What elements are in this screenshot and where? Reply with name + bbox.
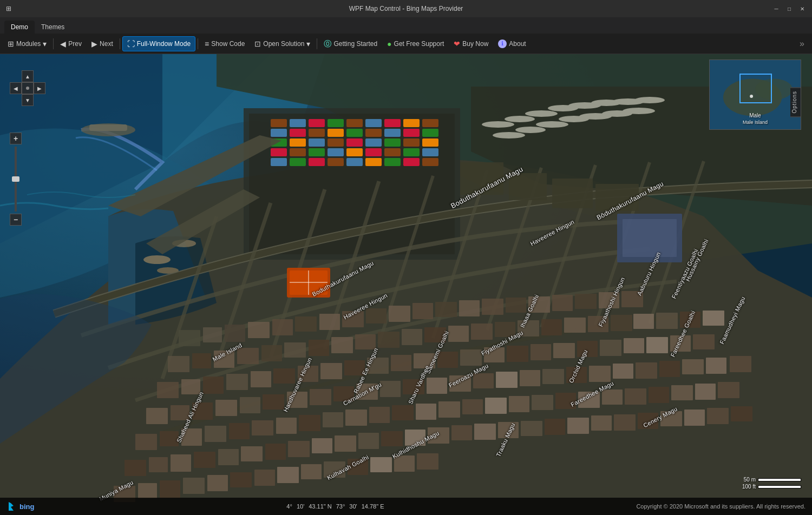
svg-rect-152 [566, 367, 587, 383]
lon-value: 14.78" E [362, 503, 384, 510]
separator-4 [317, 38, 317, 49]
svg-rect-183 [671, 385, 693, 400]
map-container[interactable]: ▲ ◀ ▶ ▼ + − Boduthakurufaanu Magu Boduth… [0, 54, 812, 515]
options-tab[interactable]: Options [790, 87, 801, 117]
svg-rect-157 [682, 359, 704, 374]
svg-rect-238 [89, 124, 127, 131]
app-icon: ⊞ [4, 4, 13, 13]
svg-rect-34 [346, 148, 363, 156]
svg-rect-135 [171, 405, 189, 420]
status-bar: bing 4° 10' 43.11" N 73° 30' 14.78" E Co… [0, 498, 812, 515]
gettingstarted-button[interactable]: ⓪ Getting Started [319, 36, 382, 51]
minimize-button[interactable]: ─ [771, 3, 782, 14]
window-title: WPF Map Control - Bing Maps Provider [349, 5, 463, 12]
svg-rect-202 [498, 422, 519, 438]
svg-rect-3 [271, 119, 287, 127]
svg-rect-38 [422, 148, 438, 156]
svg-rect-178 [555, 393, 576, 409]
svg-rect-159 [730, 356, 751, 372]
svg-rect-194 [312, 438, 332, 453]
svg-rect-219 [254, 470, 275, 486]
svg-rect-121 [414, 353, 435, 368]
opensolution-button[interactable]: ⊡ Open Solution ▾ [250, 36, 315, 51]
maximize-button[interactable]: □ [784, 3, 795, 14]
svg-rect-16 [346, 129, 363, 137]
svg-rect-8 [365, 119, 382, 127]
expand-button[interactable]: » [795, 36, 809, 51]
svg-point-51 [482, 121, 514, 128]
svg-rect-10 [403, 119, 420, 127]
svg-rect-180 [602, 389, 623, 405]
svg-rect-218 [230, 472, 252, 487]
svg-rect-209 [660, 411, 682, 426]
svg-rect-118 [344, 360, 365, 375]
prev-button[interactable]: ◀ Prev [56, 36, 86, 51]
svg-rect-71 [295, 316, 317, 332]
svg-rect-13 [290, 129, 306, 137]
svg-rect-129 [600, 340, 621, 356]
svg-rect-179 [578, 392, 600, 408]
svg-rect-4 [290, 119, 306, 127]
zoom-out-button[interactable]: − [10, 214, 22, 226]
svg-rect-29 [422, 138, 438, 147]
svg-rect-142 [333, 386, 354, 401]
svg-rect-123 [460, 349, 482, 366]
nav-center-button[interactable] [22, 82, 34, 94]
modules-button[interactable]: ⊞ Modules ▾ [3, 36, 51, 51]
svg-rect-106 [633, 314, 654, 329]
svg-rect-42 [328, 158, 344, 166]
svg-rect-205 [567, 418, 589, 434]
support-icon: ● [387, 40, 391, 48]
svg-rect-39 [271, 158, 287, 166]
svg-rect-214 [138, 483, 157, 498]
svg-rect-17 [365, 129, 382, 137]
svg-rect-99 [471, 323, 493, 340]
window-controls: ─ □ ✕ [771, 3, 808, 14]
svg-rect-211 [707, 408, 729, 424]
freesupport-button[interactable]: ● Get Free Support [383, 36, 448, 51]
nav-down-button[interactable]: ▼ [22, 94, 34, 106]
svg-rect-197 [381, 431, 403, 446]
svg-rect-206 [591, 415, 612, 431]
svg-rect-225 [394, 455, 415, 472]
close-button[interactable]: ✕ [797, 3, 808, 14]
svg-rect-37 [403, 148, 420, 156]
svg-rect-120 [391, 355, 411, 371]
svg-rect-153 [589, 366, 611, 382]
about-button[interactable]: ℹ About [494, 36, 530, 51]
nav-right-button[interactable]: ▶ [34, 82, 45, 94]
svg-rect-114 [251, 371, 271, 387]
next-button[interactable]: ▶ Next [87, 36, 117, 51]
minimap-inner: Male Male Island [710, 60, 801, 129]
svg-rect-33 [328, 148, 344, 156]
svg-rect-41 [309, 158, 325, 166]
showcode-button[interactable]: ≡ Show Code [200, 36, 249, 51]
svg-rect-191 [241, 446, 263, 461]
fullwindow-button[interactable]: ⛶ Full-Window Mode [122, 36, 195, 51]
degree1: 4° [286, 503, 292, 510]
svg-rect-97 [424, 327, 446, 342]
svg-rect-102 [541, 319, 562, 335]
scale-bar-feet [758, 485, 801, 488]
svg-rect-192 [265, 444, 286, 460]
dropdown-icon: ▾ [43, 40, 47, 48]
buynow-button[interactable]: ❤ Buy Now [449, 36, 493, 51]
svg-rect-73 [342, 311, 364, 327]
nav-up-button[interactable]: ▲ [22, 70, 34, 82]
svg-rect-117 [320, 363, 342, 379]
svg-rect-163 [205, 426, 226, 442]
tab-demo[interactable]: Demo [4, 21, 35, 34]
zoom-slider-thumb[interactable] [12, 176, 19, 182]
tab-themes[interactable]: Themes [35, 21, 71, 34]
svg-rect-69 [248, 322, 270, 338]
svg-rect-171 [392, 405, 414, 420]
zoom-in-button[interactable]: + [10, 133, 22, 144]
svg-rect-200 [451, 425, 472, 440]
svg-rect-223 [348, 459, 368, 475]
zoom-slider-track[interactable] [15, 147, 17, 212]
nav-left-button[interactable]: ◀ [10, 82, 22, 94]
svg-rect-144 [380, 381, 401, 397]
svg-rect-131 [646, 337, 668, 353]
code-icon: ≡ [205, 40, 209, 48]
svg-rect-103 [564, 318, 586, 333]
